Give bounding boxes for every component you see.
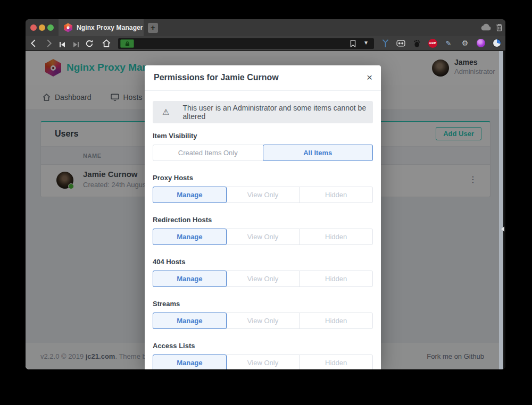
permissions-modal: Permissions for Jamie Curnow × ⚠ This us… [145,65,381,369]
page-scrollbar[interactable] [499,51,503,369]
segmented-option-button[interactable]: All Items [263,145,373,161]
home-icon[interactable] [102,39,111,49]
segmented-option-button[interactable]: Hidden [299,313,373,329]
permission-section-label: Proxy Hosts [153,174,373,182]
extension-adblock-plus-icon[interactable]: ABP [428,38,437,48]
item-visibility-label: Item Visibility [153,132,373,140]
permission-sections: Proxy HostsManageView OnlyHiddenRedirect… [153,174,373,369]
browser-titlebar: Nginx Proxy Manager + [26,19,505,36]
segmented-option-button[interactable]: View Only [226,229,300,245]
extension-purple-orb-icon[interactable] [476,38,486,48]
segmented-option-button[interactable]: View Only [226,271,300,287]
bookmark-icon[interactable] [350,40,356,49]
segmented-option-button[interactable]: Hidden [299,187,373,203]
item-visibility-group: Created Items OnlyAll Items [153,145,373,161]
extension-footprint-icon[interactable] [412,38,421,48]
segmented-option-button[interactable]: Manage [153,313,227,329]
permission-section: Redirection HostsManageView OnlyHidden [153,216,373,245]
desktop-background: Nginx Proxy Manager + [0,0,532,405]
admin-warning-alert: ⚠ This user is an Administrator and some… [153,101,373,123]
segmented-option-button[interactable]: Created Items Only [153,145,263,161]
fast-forward-icon[interactable] [73,40,79,50]
browser-tab[interactable]: Nginx Proxy Manager [59,19,144,36]
trash-icon[interactable] [496,23,503,33]
cloud-sync-icon[interactable] [481,23,492,33]
permission-button-group: ManageView OnlyHidden [153,355,373,369]
panel-toggle-arrow-icon[interactable] [501,226,504,232]
browser-window: Nginx Proxy Manager + [26,19,505,369]
segmented-option-button[interactable]: View Only [226,355,300,369]
browser-toolbar: ▾ ABP ✎ ⚙ [26,36,505,51]
segmented-option-button[interactable]: View Only [226,187,300,203]
address-bar[interactable]: ▾ [118,38,374,49]
segmented-option-button[interactable]: Hidden [299,229,373,245]
zoom-window-button[interactable] [47,24,54,31]
warning-triangle-icon: ⚠ [162,107,169,117]
segmented-option-button[interactable]: Manage [153,229,227,245]
permission-button-group: ManageView OnlyHidden [153,187,373,203]
permission-section: 404 HostsManageView OnlyHidden [153,258,373,287]
permission-button-group: ManageView OnlyHidden [153,229,373,245]
modal-title: Permissions for Jamie Curnow [154,73,279,82]
close-window-button[interactable] [30,24,37,31]
segmented-option-button[interactable]: Hidden [299,355,373,369]
page-viewport: Nginx Proxy Manager James Administrator … [26,51,499,369]
segmented-option-button[interactable]: Manage [153,187,227,203]
browser-side-strip [503,51,505,369]
bookmark-dropdown-icon[interactable]: ▾ [364,39,368,46]
tab-title: Nginx Proxy Manager [77,24,143,31]
permission-section: Proxy HostsManageView OnlyHidden [153,174,373,203]
segmented-option-button[interactable]: Manage [153,355,227,369]
extension-settings-gear-icon[interactable]: ⚙ [460,38,470,48]
permission-section: StreamsManageView OnlyHidden [153,300,373,329]
new-tab-button[interactable]: + [148,23,158,33]
modal-close-icon[interactable]: × [367,71,372,84]
permission-section-label: Access Lists [153,342,373,350]
rewind-icon[interactable] [59,40,65,50]
segmented-option-button[interactable]: Hidden [299,271,373,287]
segmented-option-button[interactable]: Manage [153,271,227,287]
permission-section: Access ListsManageView OnlyHidden [153,342,373,369]
extension-goggles-icon[interactable] [396,38,405,48]
back-icon[interactable] [30,39,36,49]
forward-icon[interactable] [46,39,52,49]
extension-wishbone-icon[interactable] [380,38,390,48]
permission-section-label: Redirection Hosts [153,216,373,224]
alert-text: This user is an Administrator and some i… [182,104,373,121]
permission-section-label: Streams [153,300,373,308]
minimize-window-button[interactable] [39,24,45,31]
segmented-option-button[interactable]: View Only [226,313,300,329]
extension-pie-icon[interactable] [492,38,502,48]
favicon-icon [64,23,72,32]
permission-button-group: ManageView OnlyHidden [153,271,373,287]
secure-lock-icon[interactable] [120,39,134,48]
permission-section-label: 404 Hosts [153,258,373,266]
permission-button-group: ManageView OnlyHidden [153,313,373,329]
extension-pen-icon[interactable]: ✎ [444,38,453,48]
reload-icon[interactable] [85,39,94,50]
